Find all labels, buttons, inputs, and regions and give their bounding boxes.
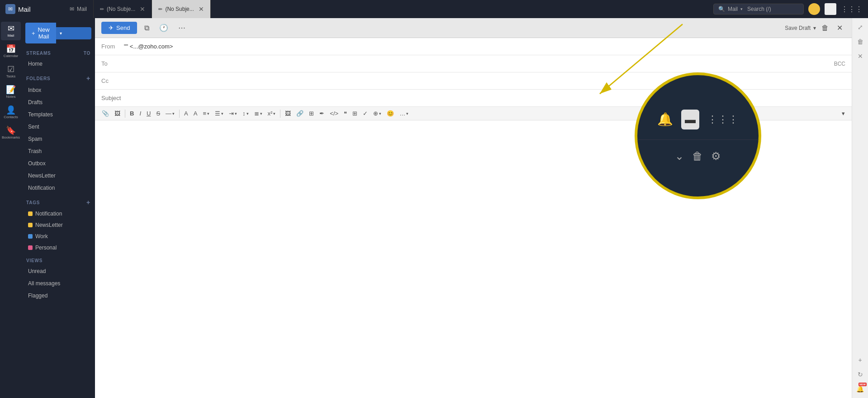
new-mail-label: New Mail xyxy=(38,26,50,40)
highlight-button[interactable]: A xyxy=(191,109,200,118)
grid-dots-icon[interactable]: ⋮⋮⋮ xyxy=(841,5,863,14)
more-options-button[interactable]: ⋯ xyxy=(175,22,188,34)
nav-tasks[interactable]: ☑ Tasks xyxy=(1,62,21,81)
line-spacing-button[interactable]: ≣ ▾ xyxy=(252,109,265,118)
sidebar-item-newsletter[interactable]: NewsLetter xyxy=(24,170,93,182)
image-button[interactable]: 🖼 xyxy=(283,109,293,118)
bold-button[interactable]: B xyxy=(128,109,136,118)
tab-mail[interactable]: ✉ Mail xyxy=(63,0,94,18)
close-right-icon[interactable]: ✕ xyxy=(856,51,865,62)
attach-button[interactable]: 📎 xyxy=(100,109,111,118)
tab-draft-2[interactable]: ✏ (No Subje... ✕ xyxy=(152,0,210,18)
grid-zoom-icon[interactable]: ⋮⋮⋮ xyxy=(707,114,739,125)
tag-work[interactable]: Work xyxy=(24,231,93,242)
tasks-nav-icon: ☑ xyxy=(7,65,14,73)
nav-bookmarks[interactable]: 🔖 Bookmarks xyxy=(1,124,21,142)
image-inline-button[interactable]: 🖼 xyxy=(112,109,123,118)
sidebar-item-trash[interactable]: Trash xyxy=(24,145,93,157)
refresh-right-icon[interactable]: ↻ xyxy=(856,369,865,380)
link-button[interactable]: 🔗 xyxy=(294,109,306,118)
check-button[interactable]: ✓ xyxy=(360,109,370,118)
from-value: "" <...@zoho.com> xyxy=(124,43,845,50)
new-mail-caret-button[interactable]: ▾ xyxy=(56,27,91,39)
tags-add-button[interactable]: + xyxy=(86,199,90,206)
trash-zoom-icon[interactable]: 🗑 xyxy=(692,150,703,163)
cc-input[interactable] xyxy=(124,77,845,84)
underline-button[interactable]: U xyxy=(144,109,153,118)
bell-zoom-icon[interactable]: 🔔 xyxy=(657,112,673,127)
sidebar-item-spam[interactable]: Spam xyxy=(24,133,93,145)
nav-mail[interactable]: ✉ Mail xyxy=(1,22,21,40)
tag-newsletter[interactable]: NewsLetter xyxy=(24,220,93,230)
draft1-edit-icon: ✏ xyxy=(100,6,104,12)
sidebar-item-flagged[interactable]: Flagged xyxy=(24,290,93,302)
to-input[interactable] xyxy=(124,60,834,67)
nav-contacts[interactable]: 👤 Contacts xyxy=(1,103,21,122)
user-square[interactable] xyxy=(825,3,836,15)
italic-button[interactable]: I xyxy=(137,109,143,118)
sidebar-item-inbox[interactable]: Inbox xyxy=(24,84,93,96)
templates-label: Templates xyxy=(28,111,53,118)
chevron-down-zoom-icon[interactable]: ⌄ xyxy=(675,150,684,163)
schedule-button[interactable]: 🕐 xyxy=(157,22,171,34)
search-box[interactable]: 🔍 Mail ▾ Search (/) xyxy=(713,4,804,14)
list-button[interactable]: ☰ ▾ xyxy=(213,109,226,118)
sidebar-item-all-messages[interactable]: All messages xyxy=(24,278,93,289)
from-label: From xyxy=(101,43,124,50)
superscript-button[interactable]: x² ▾ xyxy=(266,109,278,118)
tag-personal[interactable]: Personal xyxy=(24,242,93,253)
new-feature-icon[interactable]: 🔔 NEW xyxy=(854,384,866,394)
to-field[interactable]: To BCC xyxy=(95,55,852,72)
trash-right-icon[interactable]: 🗑 xyxy=(855,36,865,47)
sidebar-item-templates[interactable]: Templates xyxy=(24,109,93,120)
bcc-button[interactable]: BCC xyxy=(834,61,845,67)
draft1-close-button[interactable]: ✕ xyxy=(140,5,145,13)
send-button[interactable]: ✈ Send xyxy=(101,22,137,34)
expand-right-icon[interactable]: ⤢ xyxy=(856,22,865,33)
unread-label: Unread xyxy=(28,268,46,274)
settings-button[interactable]: ✕ xyxy=(834,22,845,34)
nav-notes[interactable]: 📝 Notes xyxy=(1,83,21,101)
work-tag-label: Work xyxy=(35,233,48,240)
add-right-icon[interactable]: + xyxy=(856,355,863,365)
draft2-close-button[interactable]: ✕ xyxy=(199,5,204,13)
tab-draft-1[interactable]: ✏ (No Subje... ✕ xyxy=(94,0,152,18)
user-avatar[interactable] xyxy=(808,3,820,15)
font-color-button[interactable]: A xyxy=(182,109,190,118)
gear-zoom-icon[interactable]: ⚙ xyxy=(711,150,721,163)
square-zoom-icon[interactable]: ▬ xyxy=(681,110,699,129)
more-format-button[interactable]: ⊕ ▾ xyxy=(371,109,384,118)
zoom-overlay: 🔔 ▬ ⋮⋮⋮ ⌄ 🗑 ⚙ xyxy=(635,72,761,199)
nav-calendar[interactable]: 📅 Calendar xyxy=(1,42,21,61)
delete-draft-button[interactable]: 🗑 xyxy=(819,22,831,34)
views-label: VIEWS xyxy=(26,258,43,263)
sidebar-item-sent[interactable]: Sent xyxy=(24,121,93,133)
collapse-format-button[interactable]: ▾ xyxy=(840,109,847,118)
sidebar-item-drafts[interactable]: Drafts xyxy=(24,96,93,108)
new-mail-button[interactable]: + New Mail xyxy=(25,23,56,43)
emoji-button[interactable]: 😊 xyxy=(384,109,396,118)
tag-notification[interactable]: Notification xyxy=(24,208,93,219)
nav-calendar-label: Calendar xyxy=(4,54,18,58)
code-button[interactable]: </> xyxy=(327,109,341,118)
quote-button[interactable]: ❝ xyxy=(342,109,349,118)
sidebar-item-outbox[interactable]: Outbox xyxy=(24,158,93,169)
table-button[interactable]: ⊞ xyxy=(350,109,360,118)
line-height-button[interactable]: ↕ ▾ xyxy=(240,109,251,118)
views-header: VIEWS xyxy=(22,254,95,265)
nav-icons: ✉ Mail 📅 Calendar ☑ Tasks 📝 Notes 👤 Cont… xyxy=(0,18,22,398)
to-label: To xyxy=(101,60,124,67)
copy-button[interactable]: ⧉ xyxy=(142,22,152,34)
more-button[interactable]: … ▾ xyxy=(397,109,411,118)
sidebar-item-home[interactable]: Home xyxy=(24,58,93,70)
text-format-select[interactable]: — ▾ xyxy=(163,109,177,118)
nav-tasks-label: Tasks xyxy=(6,74,15,78)
strikethrough-button[interactable]: S xyxy=(154,109,162,118)
indent-button[interactable]: ⇥ ▾ xyxy=(227,109,239,118)
align-button[interactable]: ≡ ▾ xyxy=(200,109,212,118)
folders-add-button[interactable]: + xyxy=(86,75,90,82)
sidebar-item-notification[interactable]: Notification xyxy=(24,182,93,194)
signature-button[interactable]: ✒ xyxy=(317,109,327,118)
sidebar-item-unread[interactable]: Unread xyxy=(24,265,93,277)
table-add-button[interactable]: ⊞ xyxy=(307,109,316,118)
